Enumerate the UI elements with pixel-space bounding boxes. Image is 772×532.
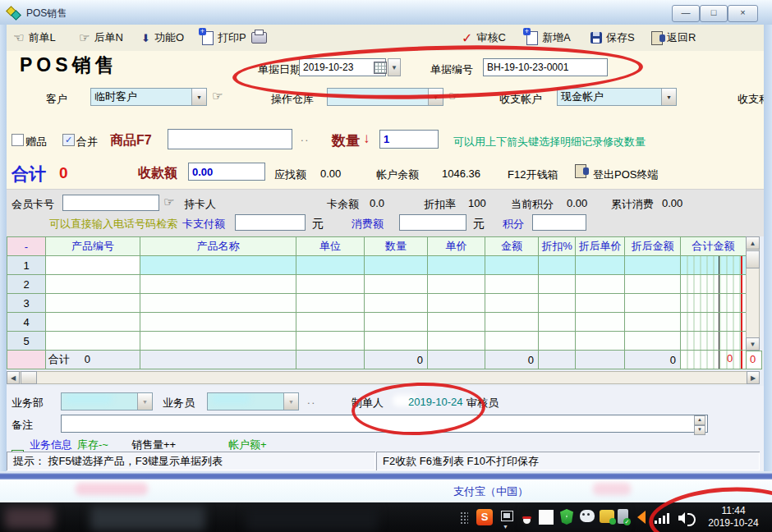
scroll-left-button[interactable]: ◀ — [7, 371, 20, 384]
orange-horn-tray-icon[interactable] — [637, 511, 646, 524]
grid-cell[interactable] — [46, 275, 140, 294]
minimize-button[interactable]: — — [672, 5, 700, 22]
add-button[interactable]: + 新增A — [526, 30, 571, 46]
row-number[interactable]: 4 — [7, 313, 46, 332]
grid-cell[interactable] — [365, 332, 428, 351]
grid-cell[interactable] — [46, 294, 140, 313]
grid-cell[interactable] — [428, 332, 485, 351]
save-button[interactable]: 保存S — [590, 30, 635, 46]
grid-cell-ruled[interactable] — [681, 313, 747, 332]
network-signal-icon[interactable] — [655, 512, 673, 524]
qq-tray-icon[interactable] — [521, 509, 533, 525]
yellow-app-tray-icon[interactable] — [600, 510, 614, 523]
security-shield-tray-icon[interactable] — [560, 509, 573, 525]
blank-app-tray-icon[interactable] — [539, 510, 554, 525]
alipay-window-title[interactable]: 支付宝（中国） — [453, 484, 528, 499]
grid-cell[interactable] — [539, 256, 576, 275]
usb-tray-icon[interactable]: ✓ — [618, 509, 628, 524]
grid-cell[interactable] — [625, 256, 681, 275]
back-button[interactable]: 返回R — [651, 30, 696, 46]
functions-button[interactable]: ⬇ 功能O — [141, 30, 184, 46]
warehouse-picker-hand-icon[interactable]: ☞ — [448, 89, 459, 103]
merge-checkbox[interactable]: ✓ — [62, 134, 75, 146]
wechat-tray-icon[interactable] — [580, 510, 595, 522]
grid-cell[interactable] — [625, 313, 681, 332]
grid-cell-ruled[interactable] — [681, 294, 747, 313]
received-input[interactable] — [188, 163, 265, 181]
member-card-input[interactable] — [62, 195, 159, 211]
date-dropdown-button[interactable]: ▼ — [388, 58, 401, 76]
grid-cell[interactable] — [539, 275, 576, 294]
grid-cell[interactable] — [625, 275, 681, 294]
grid-cell[interactable] — [140, 313, 296, 332]
doc-no-input[interactable] — [483, 58, 608, 76]
grid-cell[interactable] — [428, 256, 485, 275]
grid-cell[interactable] — [428, 294, 485, 313]
tray-caret-icon[interactable]: ▼ — [503, 524, 508, 530]
grid-cell[interactable] — [140, 275, 296, 294]
print-button[interactable]: + 打印P — [202, 30, 246, 46]
taskbar[interactable]: S ▼ ✓ 11:44 2019-10-24 — [0, 502, 772, 532]
grid-cell[interactable] — [140, 294, 296, 313]
h-scroll-thumb[interactable] — [21, 371, 37, 384]
scroll-down-button[interactable]: ▼ — [746, 337, 760, 351]
grid-cell[interactable] — [46, 256, 140, 275]
grid-cell[interactable] — [46, 332, 140, 351]
spin-up-icon[interactable]: ▲ — [694, 415, 705, 425]
next-order-button[interactable]: ☞ 后单N — [79, 30, 123, 46]
customer-picker-hand-icon[interactable]: ☞ — [212, 89, 223, 103]
grid-cell[interactable] — [296, 256, 365, 275]
remark-input[interactable] — [61, 415, 708, 433]
printer-icon-button[interactable] — [251, 30, 267, 46]
v-scroll-thumb[interactable] — [746, 250, 760, 268]
h-scrollbar[interactable] — [7, 371, 760, 384]
grid-cell-ruled[interactable] — [681, 256, 747, 275]
logout-pos-button[interactable]: 登出POS终端 — [593, 167, 658, 182]
grid-cell[interactable] — [296, 313, 365, 332]
grid-cell[interactable] — [576, 294, 625, 313]
grid-cell-ruled[interactable] — [681, 332, 747, 351]
window-switch-tray-icon[interactable] — [501, 511, 513, 521]
gift-checkbox[interactable] — [11, 134, 24, 146]
spin-down-icon[interactable]: ▼ — [694, 425, 705, 435]
grid-cell[interactable] — [428, 313, 485, 332]
dept-combo[interactable]: ▼ — [61, 392, 153, 410]
scroll-right-button[interactable]: ▶ — [747, 371, 760, 384]
consume-input[interactable] — [399, 214, 466, 231]
grid-cell[interactable] — [485, 332, 539, 351]
row-number[interactable]: 5 — [7, 332, 46, 351]
grid-cell[interactable] — [576, 275, 625, 294]
grid-cell[interactable] — [576, 332, 625, 351]
grid-cell[interactable] — [365, 256, 428, 275]
tray-clock[interactable]: 11:44 2019-10-24 — [703, 505, 764, 530]
product-input[interactable] — [168, 129, 292, 149]
card-pay-input[interactable] — [235, 214, 306, 231]
grid-cell[interactable] — [140, 332, 296, 351]
grid-cell[interactable] — [296, 294, 365, 313]
calendar-icon[interactable] — [374, 62, 387, 74]
tray-expand-handle[interactable] — [460, 511, 468, 524]
customer-combo[interactable]: 临时客户 ▼ — [90, 88, 207, 106]
close-button[interactable]: × — [728, 5, 758, 22]
grid-cell[interactable] — [296, 275, 365, 294]
grid-cell[interactable] — [576, 256, 625, 275]
salesman-combo[interactable]: ▼ — [207, 392, 299, 410]
row-number[interactable]: 3 — [7, 294, 46, 313]
grid-cell[interactable] — [485, 256, 539, 275]
dept-caret-icon[interactable]: ▼ — [137, 393, 152, 410]
grid-cell[interactable] — [296, 332, 365, 351]
sogou-tray-icon[interactable]: S — [476, 509, 493, 525]
customer-caret-icon[interactable]: ▼ — [191, 89, 206, 105]
grid-cell[interactable] — [365, 275, 428, 294]
title-bar[interactable]: POS销售 — □ × — [0, 0, 772, 25]
row-number[interactable]: 2 — [7, 275, 46, 294]
volume-speaker-icon[interactable] — [678, 511, 696, 525]
account-caret-icon[interactable]: ▼ — [661, 89, 676, 105]
grid-cell[interactable] — [539, 294, 576, 313]
grid-cell[interactable] — [485, 294, 539, 313]
row-number[interactable]: 1 — [7, 256, 46, 275]
grid-cell[interactable] — [140, 256, 296, 275]
member-picker-hand-icon[interactable]: ☞ — [163, 195, 174, 209]
account-combo[interactable]: 现金帐户 ▼ — [557, 88, 677, 106]
points-input[interactable] — [532, 214, 586, 231]
